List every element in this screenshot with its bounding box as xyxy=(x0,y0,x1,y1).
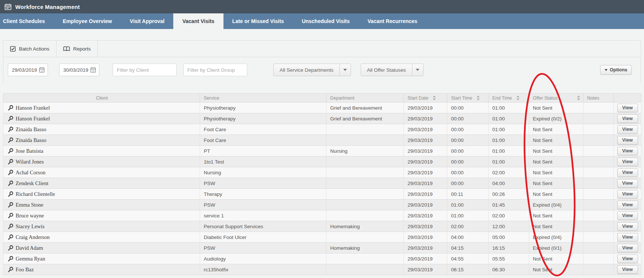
view-button[interactable]: View xyxy=(617,222,638,231)
view-button[interactable]: View xyxy=(617,211,638,220)
end-date-value: 30/03/2019 xyxy=(63,67,88,73)
view-button[interactable]: View xyxy=(617,265,638,274)
view-button[interactable]: View xyxy=(617,190,638,198)
cell-action: View xyxy=(614,189,641,200)
cell-client[interactable]: Zendesk Client xyxy=(3,178,200,189)
cell-start-date: 29/03/2019 xyxy=(404,253,447,264)
cell-client[interactable]: Zinaida Basso xyxy=(3,124,200,135)
cell-service: Foot Care xyxy=(200,124,326,135)
cell-start-time: 00:00 xyxy=(447,146,489,156)
cell-client[interactable]: Foo Baz xyxy=(3,264,200,275)
cell-client[interactable]: Stacey Lewis xyxy=(3,221,200,232)
tab-vacant-visits[interactable]: Vacant Visits xyxy=(173,13,223,29)
options-button[interactable]: Options xyxy=(600,65,632,75)
service-departments-dropdown[interactable]: All Service Departments xyxy=(273,64,351,76)
tab-employee-overview[interactable]: Employee Overview xyxy=(54,13,121,29)
view-button[interactable]: View xyxy=(617,255,638,263)
cell-client[interactable]: David Adam xyxy=(3,243,200,253)
cell-client[interactable]: Wilard Jones xyxy=(3,156,200,167)
client-name: Emma Stone xyxy=(16,202,44,208)
tab-bar: Client SchedulesEmployee OverviewVisit A… xyxy=(0,13,644,29)
cell-client[interactable]: Hanson Frankel xyxy=(3,113,200,124)
cell-action: View xyxy=(614,200,641,210)
cell-service: PT xyxy=(200,146,326,156)
client-name: Jose Batsista xyxy=(16,148,44,154)
cell-start-time: 00:11 xyxy=(447,189,489,200)
offer-statuses-value: All Offer Statuses xyxy=(361,64,412,76)
tab-unscheduled-visits[interactable]: Unscheduled Visits xyxy=(293,13,359,29)
cell-client[interactable]: Emma Stone xyxy=(3,200,200,210)
view-button[interactable]: View xyxy=(617,136,638,145)
client-filter-input[interactable] xyxy=(113,64,177,76)
batch-actions-button[interactable]: Batch Actions xyxy=(3,41,56,57)
cell-start-date: 29/03/2019 xyxy=(404,113,447,124)
cell-client[interactable]: Richard Clientelle xyxy=(3,189,200,200)
tab-visit-approval[interactable]: Visit Approval xyxy=(121,13,173,29)
client-name: Zendesk Client xyxy=(16,180,48,186)
view-button[interactable]: View xyxy=(617,114,638,123)
cell-client[interactable]: Hanson Frankel xyxy=(3,103,200,113)
cell-end-time: 01:00 xyxy=(489,135,529,146)
view-button[interactable]: View xyxy=(617,233,638,242)
cell-action: View xyxy=(614,103,641,113)
calendar-icon: 15 xyxy=(90,67,96,73)
tab-late-or-missed-visits[interactable]: Late or Missed Visits xyxy=(223,13,293,29)
column-header-service: Service xyxy=(200,94,326,103)
view-button[interactable]: View xyxy=(617,125,638,134)
column-header-offer_status[interactable]: Offer Status xyxy=(529,94,583,103)
column-label: Offer Status xyxy=(533,96,557,101)
column-header-department: Department xyxy=(326,94,404,103)
cell-service: Foot Care xyxy=(200,135,326,146)
client-name: David Adam xyxy=(16,245,43,251)
offer-statuses-dropdown[interactable]: All Offer Statuses xyxy=(361,64,424,76)
cell-department xyxy=(326,124,404,135)
column-header-end_time[interactable]: End Time xyxy=(489,94,529,103)
cell-service: Personal Support Services xyxy=(200,221,326,232)
cell-start-date: 29/03/2019 xyxy=(404,232,447,243)
view-button[interactable]: View xyxy=(617,179,638,188)
cell-department xyxy=(326,200,404,210)
reports-button[interactable]: Reports xyxy=(57,41,97,57)
cell-department: Nursing xyxy=(326,146,404,156)
cell-start-date: 29/03/2019 xyxy=(404,243,447,253)
cell-action: View xyxy=(614,243,641,253)
client-name: Craig Anderson xyxy=(16,234,49,240)
cell-client[interactable]: Achal Corson xyxy=(3,167,200,178)
cell-client[interactable]: Craig Anderson xyxy=(3,232,200,243)
cell-client[interactable]: Zinaida Basso xyxy=(3,135,200,146)
client-name: Foo Baz xyxy=(16,266,34,272)
cell-offer-status: Not Sent xyxy=(529,210,583,221)
magnifier-icon xyxy=(8,213,13,219)
view-button[interactable]: View xyxy=(617,168,638,177)
cell-start-date: 29/03/2019 xyxy=(404,156,447,167)
cell-service: PSW xyxy=(200,178,326,189)
view-button[interactable]: View xyxy=(617,147,638,155)
view-button[interactable]: View xyxy=(617,104,638,112)
cell-end-time: 01:00 xyxy=(489,156,529,167)
cell-client[interactable]: Jose Batsista xyxy=(3,146,200,156)
cell-notes xyxy=(583,124,614,135)
end-date-input[interactable]: 30/03/2019 15 xyxy=(59,64,99,76)
client-group-filter-input[interactable] xyxy=(184,64,247,76)
magnifier-icon xyxy=(8,180,13,186)
cell-offer-status: Not Sent xyxy=(529,167,583,178)
caret-down-icon xyxy=(412,64,423,76)
start-date-input[interactable]: 29/03/2019 15 xyxy=(8,64,48,76)
tab-client-schedules[interactable]: Client Schedules xyxy=(0,13,54,29)
view-button[interactable]: View xyxy=(617,244,638,252)
cell-start-time: 02:00 xyxy=(447,221,489,232)
view-button[interactable]: View xyxy=(617,201,638,209)
cell-start-time: 00:00 xyxy=(447,178,489,189)
cell-client[interactable]: Bruce wayne xyxy=(3,210,200,221)
cell-client[interactable]: Gemma Ryan xyxy=(3,253,200,264)
tab-vacant-recurrences[interactable]: Vacant Recurrences xyxy=(359,13,426,29)
cell-notes xyxy=(583,146,614,156)
cell-end-time: 01:00 xyxy=(489,146,529,156)
table-row: Jose BatsistaPTNursing29/03/201900:0001:… xyxy=(3,146,641,156)
cell-offer-status: Not Sent xyxy=(529,156,583,167)
column-header-start_time[interactable]: Start Time xyxy=(447,94,489,103)
svg-text:15: 15 xyxy=(41,70,43,72)
column-header-start_date[interactable]: Start Date xyxy=(404,94,447,103)
view-button[interactable]: View xyxy=(617,158,638,166)
cell-end-time: 02:00 xyxy=(489,167,529,178)
